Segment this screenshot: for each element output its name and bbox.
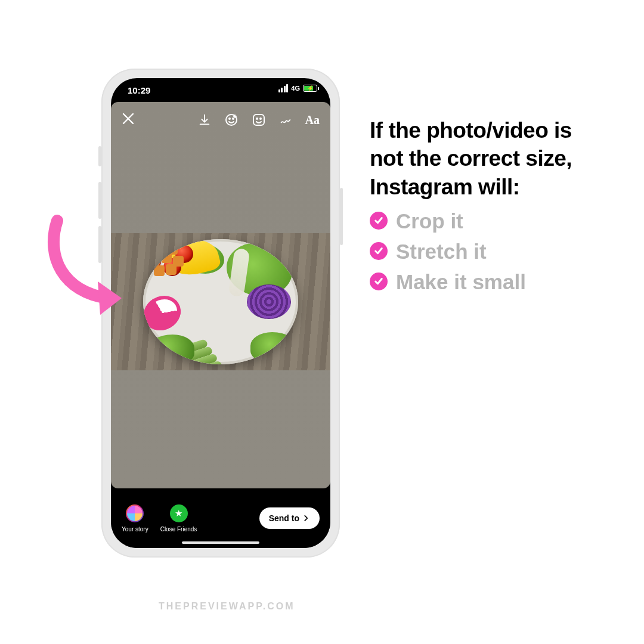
home-indicator xyxy=(182,541,259,544)
checkmark-icon xyxy=(370,212,388,230)
svg-rect-3 xyxy=(253,114,264,125)
send-to-label: Send to xyxy=(269,513,299,523)
explainer-text: If the photo/video is not the correct si… xyxy=(370,116,584,299)
sticker-icon[interactable] xyxy=(252,113,266,127)
status-right: 4G ⚡ xyxy=(278,84,317,92)
checkmark-icon xyxy=(370,242,388,260)
chevron-right-icon xyxy=(302,514,310,522)
status-time: 10:29 xyxy=(128,85,150,95)
list-item-text: Crop it xyxy=(396,208,463,235)
your-story-button[interactable]: Your story xyxy=(122,504,148,532)
list-item-text: Stretch it xyxy=(396,239,487,265)
send-to-button[interactable]: Send to xyxy=(259,507,320,529)
svg-point-4 xyxy=(256,118,258,119)
close-icon[interactable] xyxy=(122,111,135,129)
signal-icon xyxy=(278,84,289,92)
story-editor: Aa xyxy=(111,102,330,488)
download-icon[interactable] xyxy=(198,113,211,126)
your-story-label: Your story xyxy=(122,526,148,532)
draw-icon[interactable] xyxy=(279,113,292,126)
story-photo[interactable] xyxy=(111,233,330,370)
list-item: Stretch it xyxy=(370,239,584,265)
phone-notch xyxy=(167,78,274,95)
battery-icon: ⚡ xyxy=(303,85,317,92)
network-label: 4G xyxy=(291,85,300,92)
checkmark-icon xyxy=(370,273,388,290)
list-item-text: Make it small xyxy=(396,269,526,296)
phone-side-button xyxy=(98,226,101,263)
story-bottom-bar: Your story Close Friends Send to xyxy=(111,488,330,548)
phone-mockup: 10:29 4G ⚡ xyxy=(101,69,340,558)
phone-side-button xyxy=(340,188,343,245)
phone-screen: 10:29 4G ⚡ xyxy=(111,78,330,548)
close-friends-star-icon xyxy=(170,504,188,522)
face-filter-icon[interactable] xyxy=(224,113,239,127)
your-story-avatar-icon xyxy=(126,504,144,522)
editor-toolbar: Aa xyxy=(111,108,330,132)
text-tool-icon[interactable]: Aa xyxy=(305,113,320,127)
phone-side-button xyxy=(98,146,101,166)
close-friends-label: Close Friends xyxy=(160,526,197,532)
close-friends-button[interactable]: Close Friends xyxy=(160,504,197,532)
svg-point-5 xyxy=(260,118,261,119)
svg-point-2 xyxy=(233,118,234,119)
salad-bowl-image xyxy=(143,239,298,364)
checklist: Crop it Stretch it Make it small xyxy=(370,208,584,295)
headline: If the photo/video is not the correct si… xyxy=(370,116,584,201)
watermark: THEPREVIEWAPP.COM xyxy=(159,601,295,612)
svg-point-1 xyxy=(229,118,230,119)
list-item: Make it small xyxy=(370,269,584,296)
phone-side-button xyxy=(98,182,101,219)
list-item: Crop it xyxy=(370,208,584,235)
